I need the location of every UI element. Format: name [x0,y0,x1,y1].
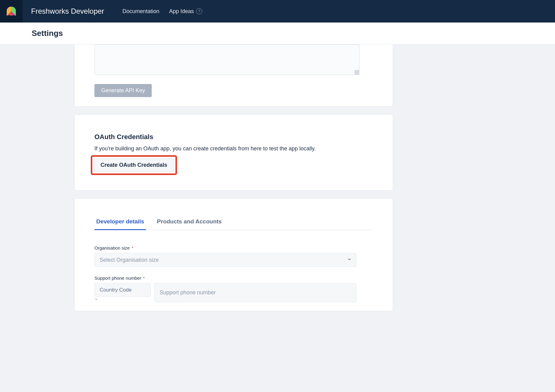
chevron-down-icon [94,297,98,302]
oauth-description: If you're building an OAuth app, you can… [94,145,373,153]
freshworks-logo-icon [6,6,17,17]
org-size-label: Organisation size * [94,245,373,250]
developer-details-card: Developer details Products and Accounts … [74,198,393,311]
nav-links: Documentation App Ideas ? [122,8,202,15]
oauth-title: OAuth Credentials [94,133,373,141]
subheader: Settings [0,23,555,44]
country-code-select-wrap: Country Code [94,283,151,302]
org-size-field: Organisation size * Select Organisation … [94,245,373,267]
api-key-card: Generate API Key [74,44,393,107]
tab-products-accounts[interactable]: Products and Accounts [155,214,224,230]
oauth-card: OAuth Credentials If you're building an … [74,114,393,191]
nav-app-ideas[interactable]: App Ideas ? [169,8,202,15]
brand-title: Freshworks Developer [31,7,104,16]
required-asterisk: * [142,275,145,281]
tab-developer-details[interactable]: Developer details [94,214,146,230]
nav-app-ideas-label: App Ideas [169,8,194,15]
oauth-highlight-box: Create OAuth Credentials [91,155,177,175]
nav-documentation[interactable]: Documentation [122,8,159,15]
support-phone-input[interactable] [154,283,356,302]
required-asterisk: * [130,245,133,250]
content: Generate API Key OAuth Credentials If yo… [0,44,393,323]
country-code-select[interactable]: Country Code [94,283,151,297]
generate-api-key-button: Generate API Key [94,84,152,97]
topbar: Freshworks Developer Documentation App I… [0,0,555,23]
help-icon: ? [196,8,202,14]
org-size-select-wrap: Select Organisation size [94,253,356,267]
page-title: Settings [32,29,63,38]
support-phone-label: Support phone number * [94,275,373,281]
create-oauth-credentials-button[interactable]: Create OAuth Credentials [94,159,174,172]
support-phone-field: Support phone number * Country Code [94,275,373,302]
api-key-textarea[interactable] [94,44,359,75]
tabs: Developer details Products and Accounts [94,214,373,230]
org-size-select[interactable]: Select Organisation size [94,253,356,267]
logo-box [0,0,23,23]
